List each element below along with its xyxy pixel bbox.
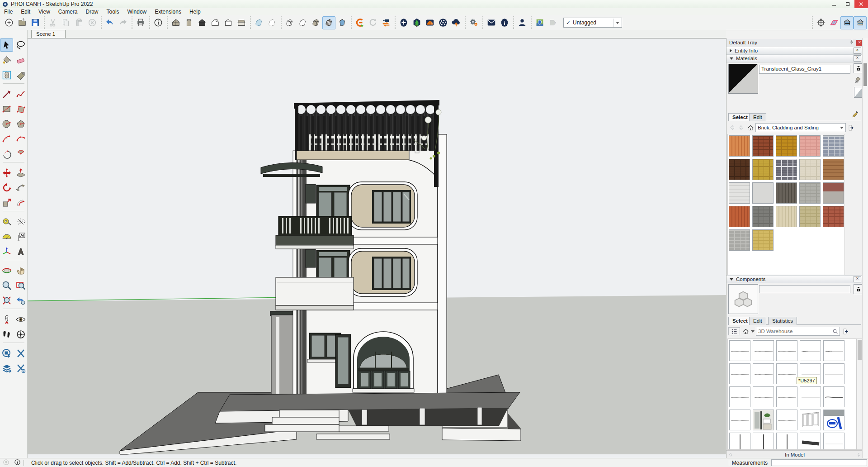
component-thumb-8[interactable] [776,363,797,384]
open-button[interactable] [15,16,28,29]
model-info-button[interactable] [151,16,165,29]
wireframe-style-button[interactable] [283,16,296,29]
forward-arrow-icon[interactable] [737,124,745,131]
extension-download-tool[interactable] [0,347,13,360]
material-swatch-2[interactable] [752,135,774,157]
component-thumb-3[interactable] [776,340,797,361]
back-arrow-icon[interactable] [728,124,736,131]
material-swatch-14[interactable] [799,182,821,204]
components-details-arrow-icon[interactable] [841,328,849,335]
offset-tool[interactable] [14,196,27,209]
walk-tool[interactable] [0,328,13,341]
material-swatch-15[interactable] [823,182,844,204]
tray-scrollbar[interactable] [862,38,868,458]
search-icon[interactable] [832,329,838,334]
move-tool[interactable] [0,166,13,179]
collection-dropdown[interactable]: Brick, Cladding and Siding [755,123,846,132]
push-pull-tool[interactable] [14,166,27,179]
entity-info-close-button[interactable]: × [854,48,861,54]
chevron-down-icon[interactable] [613,19,622,27]
contact-mail-button[interactable] [485,16,498,29]
component-thumb-18[interactable] [776,410,797,430]
pin-icon[interactable] [849,39,854,46]
enscape-start-button[interactable] [353,16,366,29]
zoom-extents-tool[interactable] [0,294,13,307]
paint-bucket-tool[interactable] [0,53,13,67]
materials-tab-select[interactable]: Select [728,113,752,121]
material-swatch-22[interactable] [752,229,774,251]
component-thumb-1[interactable] [729,340,750,361]
measurements-input[interactable] [771,459,867,466]
line-tool[interactable] [0,87,13,100]
menu-file[interactable]: File [0,8,17,15]
shaded-style-button[interactable] [309,16,322,29]
library-upload-button[interactable] [449,16,462,29]
maximize-button[interactable] [841,0,854,8]
make-component-tool[interactable] [0,68,13,81]
view-left-button[interactable] [235,16,248,29]
position-camera-tool[interactable] [0,313,13,326]
rotate-tool[interactable] [0,181,13,194]
text-tool[interactable] [14,230,27,243]
component-name-field[interactable] [759,285,850,293]
arc-tool[interactable] [0,147,13,160]
tag-tool[interactable] [14,68,27,81]
component-thumb-12[interactable] [753,386,774,407]
view-right-button[interactable] [208,16,222,29]
component-thumb-15[interactable] [823,386,844,407]
material-swatch-13[interactable] [776,182,797,204]
select-tool[interactable] [0,38,13,52]
hidden-line-style-button[interactable] [296,16,309,29]
extension-info-button[interactable] [498,16,511,29]
shaded-textures-style-button[interactable] [322,16,335,29]
minimize-button[interactable] [827,0,841,8]
section-cuts-button[interactable] [840,16,854,29]
material-swatch-8[interactable] [776,159,797,180]
component-thumb-7[interactable] [753,363,774,384]
view-back-button[interactable] [222,16,235,29]
extension-settings-button[interactable] [467,16,480,29]
extension-x-tool[interactable] [14,347,27,360]
zoom-previous-tool[interactable] [14,294,27,307]
print-button[interactable] [134,16,147,29]
three-point-arc-tool[interactable] [14,132,27,145]
material-swatch-1[interactable] [729,135,750,157]
menu-help[interactable]: Help [185,8,205,15]
undo-button[interactable] [103,16,116,29]
protractor-tool[interactable] [0,230,13,243]
material-preview-swatch[interactable] [728,64,758,94]
extension-layers-tool[interactable] [0,362,13,375]
enscape-view-button[interactable] [379,16,392,29]
sample-paint-icon[interactable] [851,110,859,119]
entity-info-header[interactable]: Entity Info × [726,47,863,55]
materials-header[interactable]: Materials × [726,54,863,62]
geolocation-button[interactable] [533,16,546,29]
component-thumb-5[interactable] [823,340,844,361]
home-icon[interactable] [746,124,755,131]
component-thumb-14[interactable] [800,386,821,407]
material-swatch-11[interactable] [729,182,750,204]
lasso-tool[interactable] [14,38,27,52]
tape-measure-tool[interactable] [0,215,13,228]
component-thumb-16[interactable] [729,410,750,430]
library-vegetation-button[interactable] [410,16,423,29]
view-top-button[interactable] [182,16,195,29]
zoom-window-tool[interactable] [14,279,27,292]
menu-camera[interactable]: Camera [54,8,82,15]
rotated-rectangle-tool[interactable] [14,102,27,115]
component-thumb-23[interactable] [776,433,797,450]
tag-filter-dropdown[interactable]: ✓Untagged [563,18,622,28]
close-button[interactable] [854,0,868,8]
component-thumb-2[interactable] [753,340,774,361]
component-thumb-19[interactable] [800,410,821,430]
section-fill-button[interactable] [854,16,867,29]
extension-x-settings-tool[interactable] [14,362,27,375]
component-thumb-21[interactable] [729,433,750,450]
materials-tab-edit[interactable]: Edit [749,113,766,121]
material-swatch-16[interactable] [729,206,750,227]
component-thumb-22[interactable] [753,433,774,450]
view-front-button[interactable] [195,16,208,29]
material-swatch-5[interactable] [823,135,844,157]
material-swatch-17[interactable] [752,206,774,227]
library-add-button[interactable] [397,16,410,29]
